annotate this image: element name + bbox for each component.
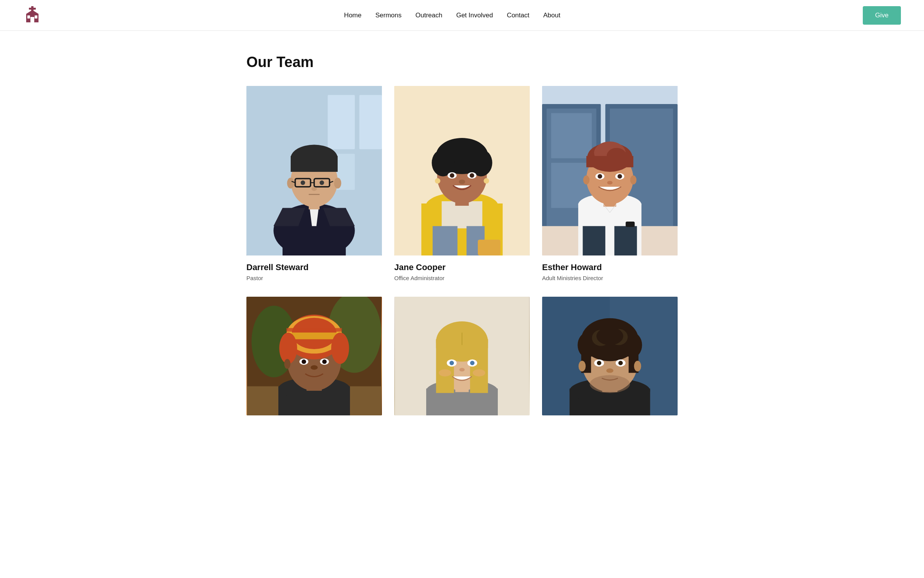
nav-home[interactable]: Home bbox=[344, 12, 362, 19]
svg-point-47 bbox=[470, 173, 474, 178]
main-content: Our Team bbox=[231, 31, 693, 455]
svg-point-140 bbox=[606, 368, 614, 373]
svg-point-74 bbox=[618, 174, 622, 179]
svg-rect-7 bbox=[328, 95, 355, 149]
nav-sermons[interactable]: Sermons bbox=[375, 12, 402, 19]
svg-rect-56 bbox=[551, 113, 592, 158]
svg-point-116 bbox=[473, 369, 485, 376]
svg-rect-3 bbox=[30, 17, 34, 22]
nav-get-involved[interactable]: Get Involved bbox=[456, 12, 493, 19]
svg-point-48 bbox=[459, 180, 465, 184]
site-header: Home Sermons Outreach Get Involved Conta… bbox=[0, 0, 924, 31]
team-name-3: Esther Howard bbox=[542, 262, 678, 272]
svg-point-130 bbox=[596, 327, 623, 345]
team-photo-1 bbox=[246, 86, 382, 255]
team-card-5 bbox=[394, 297, 530, 425]
team-card-2: Jane Cooper Office Administrator bbox=[394, 86, 530, 281]
svg-rect-5 bbox=[35, 15, 37, 18]
svg-point-42 bbox=[435, 178, 440, 183]
team-card-6 bbox=[542, 297, 678, 425]
svg-point-73 bbox=[598, 174, 602, 179]
svg-point-24 bbox=[301, 180, 305, 185]
team-photo-5 bbox=[394, 297, 530, 415]
team-photo-3 bbox=[542, 86, 678, 255]
section-title: Our Team bbox=[246, 54, 678, 71]
church-logo-icon bbox=[23, 5, 42, 25]
team-photo-4 bbox=[246, 297, 382, 415]
svg-point-97 bbox=[301, 360, 306, 364]
svg-point-75 bbox=[607, 181, 613, 184]
svg-rect-8 bbox=[359, 95, 382, 149]
svg-point-114 bbox=[459, 368, 465, 371]
give-button[interactable]: Give bbox=[863, 6, 901, 25]
svg-rect-4 bbox=[27, 15, 30, 18]
svg-point-98 bbox=[322, 360, 327, 364]
svg-point-26 bbox=[311, 187, 317, 191]
svg-point-17 bbox=[287, 178, 295, 188]
svg-rect-91 bbox=[286, 328, 342, 331]
svg-point-112 bbox=[449, 361, 454, 365]
svg-rect-34 bbox=[433, 226, 458, 255]
svg-point-18 bbox=[334, 178, 341, 188]
svg-point-139 bbox=[618, 361, 623, 365]
team-card-3: Esther Howard Adult Ministries Director bbox=[542, 86, 678, 281]
svg-point-41 bbox=[444, 143, 480, 163]
logo[interactable] bbox=[23, 5, 42, 25]
team-name-2: Jane Cooper bbox=[394, 262, 530, 272]
svg-point-115 bbox=[439, 369, 452, 376]
nav-outreach[interactable]: Outreach bbox=[415, 12, 442, 19]
svg-point-94 bbox=[284, 359, 290, 369]
svg-point-138 bbox=[597, 361, 601, 365]
svg-rect-1 bbox=[29, 8, 36, 10]
svg-rect-62 bbox=[614, 226, 637, 255]
team-name-1: Darrell Steward bbox=[246, 262, 382, 272]
svg-point-135 bbox=[590, 375, 630, 393]
team-grid: Darrell Steward Pastor bbox=[246, 86, 678, 425]
svg-point-134 bbox=[634, 361, 641, 371]
svg-rect-50 bbox=[478, 240, 500, 255]
svg-rect-68 bbox=[586, 156, 633, 167]
main-nav: Home Sermons Outreach Get Involved Conta… bbox=[344, 12, 561, 19]
svg-point-93 bbox=[331, 333, 349, 364]
nav-contact[interactable]: Contact bbox=[507, 12, 529, 19]
team-photo-2 bbox=[394, 86, 530, 255]
svg-point-113 bbox=[470, 361, 475, 365]
team-role-1: Pastor bbox=[246, 275, 382, 281]
svg-point-25 bbox=[320, 180, 324, 185]
svg-point-46 bbox=[450, 173, 454, 178]
svg-rect-78 bbox=[626, 222, 634, 227]
svg-point-43 bbox=[484, 178, 489, 183]
svg-point-133 bbox=[579, 361, 586, 371]
team-card-4 bbox=[246, 297, 382, 425]
svg-point-69 bbox=[583, 175, 589, 184]
team-role-2: Office Administrator bbox=[394, 275, 530, 281]
team-role-3: Adult Ministries Director bbox=[542, 275, 678, 281]
svg-point-99 bbox=[311, 365, 318, 370]
svg-rect-61 bbox=[583, 226, 606, 255]
team-card-1: Darrell Steward Pastor bbox=[246, 86, 382, 281]
svg-rect-16 bbox=[291, 156, 338, 172]
svg-point-70 bbox=[630, 175, 636, 184]
nav-about[interactable]: About bbox=[543, 12, 560, 19]
team-photo-6 bbox=[542, 297, 678, 415]
